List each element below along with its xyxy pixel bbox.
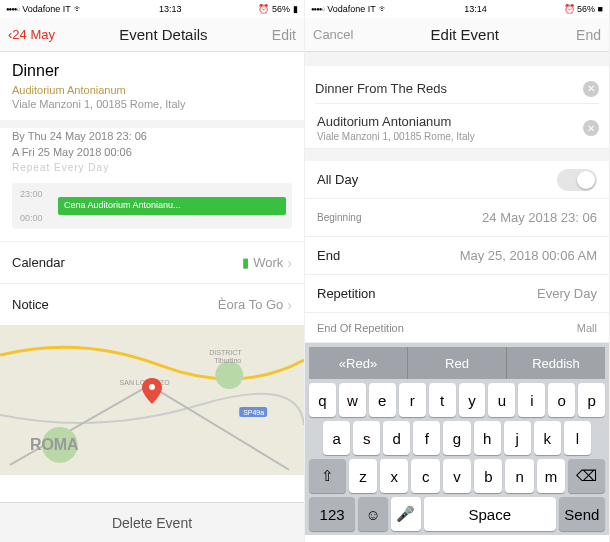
timeline-preview: 23:00 00:00 Cena Auditorium Antonianu... [12, 183, 292, 229]
clock: 13:14 [464, 4, 487, 14]
cancel-button[interactable]: Cancel [313, 27, 353, 42]
keyboard: «Red» Red Reddish q w e r t y u i o p a … [305, 343, 609, 535]
clock: 13:13 [159, 4, 182, 14]
svg-text:DISTRICT: DISTRICT [209, 349, 242, 356]
suggestion-3[interactable]: Reddish [507, 347, 605, 379]
notice-value: Èora To Go [218, 297, 284, 312]
calendar-row[interactable]: Calendar ▮Work› [0, 241, 304, 283]
key-g[interactable]: g [443, 421, 470, 455]
suggestion-1[interactable]: «Red» [309, 347, 408, 379]
key-h[interactable]: h [474, 421, 501, 455]
key-t[interactable]: t [429, 383, 456, 417]
timeline-hour-top: 23:00 [20, 189, 43, 199]
chevron-right-icon: › [287, 297, 292, 313]
key-o[interactable]: o [548, 383, 575, 417]
send-key[interactable]: Send [559, 497, 605, 531]
back-button[interactable]: ‹24 May [8, 27, 55, 42]
event-address: Viale Manzoni 1, 00185 Rome, Italy [12, 98, 292, 110]
notice-row[interactable]: Notice Èora To Go› [0, 283, 304, 325]
mic-key[interactable]: 🎤 [391, 497, 421, 531]
key-a[interactable]: a [323, 421, 350, 455]
event-start-time: By Thu 24 May 2018 23: 06 [0, 128, 304, 144]
key-e[interactable]: e [369, 383, 396, 417]
clear-title-icon[interactable]: ✕ [583, 81, 599, 97]
shift-key[interactable]: ⇧ [309, 459, 346, 493]
repetition-value: Every Day [537, 286, 597, 301]
key-q[interactable]: q [309, 383, 336, 417]
status-right: ⏰56%▮ [258, 4, 298, 14]
key-r[interactable]: r [399, 383, 426, 417]
end-label: End [317, 248, 340, 263]
map-preview[interactable]: ROMA DISTRICT Tiburtino SAN LORENZO SP49… [0, 325, 304, 475]
key-d[interactable]: d [383, 421, 410, 455]
notice-label: Notice [12, 297, 49, 312]
nav-bar: ‹24 May Event Details Edit [0, 18, 304, 52]
event-end-time: A Fri 25 May 2018 00:06 [0, 144, 304, 160]
emoji-key[interactable]: ☺ [358, 497, 388, 531]
timeline-event-bar: Cena Auditorium Antonianu... [58, 197, 286, 215]
backspace-key[interactable]: ⌫ [568, 459, 605, 493]
svg-point-8 [149, 384, 155, 390]
event-title-input[interactable]: Dinner From The Reds ✕ [315, 74, 599, 104]
end-row[interactable]: End May 25, 2018 00:06 AM [305, 237, 609, 275]
battery-icon: ▮ [293, 4, 298, 14]
location-address: Viale Manzoni 1, 00185 Rome, Italy [317, 131, 597, 142]
calendar-label: Calendar [12, 255, 65, 270]
key-y[interactable]: y [459, 383, 486, 417]
end-value: May 25, 2018 00:06 AM [460, 248, 597, 263]
delete-event-button[interactable]: Delete Event [0, 502, 304, 542]
chevron-right-icon: › [287, 255, 292, 271]
key-k[interactable]: k [534, 421, 561, 455]
page-title: Event Details [119, 26, 207, 43]
numeric-key[interactable]: 123 [309, 497, 355, 531]
edit-button[interactable]: Edit [272, 27, 296, 43]
svg-point-2 [215, 361, 243, 389]
end-of-repetition-row[interactable]: End Of Repetition Mall [305, 313, 609, 343]
key-z[interactable]: z [349, 459, 377, 493]
key-b[interactable]: b [474, 459, 502, 493]
repetition-label: Repetition [317, 286, 376, 301]
screen-event-details: ●●●●○Vodafone ITᯤ 13:13 ⏰56%▮ ‹24 May Ev… [0, 0, 305, 542]
space-key[interactable]: Space [424, 497, 556, 531]
event-location-name: Auditorium Antonianum [12, 84, 292, 96]
key-u[interactable]: u [488, 383, 515, 417]
page-title: Edit Event [431, 26, 499, 43]
key-j[interactable]: j [504, 421, 531, 455]
all-day-row: All Day [305, 161, 609, 199]
key-c[interactable]: c [411, 459, 439, 493]
location-name: Auditorium Antonianum [317, 114, 597, 129]
map-city-label: ROMA [30, 436, 79, 453]
wifi-icon: ᯤ [74, 4, 83, 14]
key-l[interactable]: l [564, 421, 591, 455]
battery-label: 56% [272, 4, 290, 14]
event-repeat: Repeat Every Day [0, 160, 304, 175]
status-bar: ●●●●○Vodafone ITᯤ 13:13 ⏰56%▮ [0, 0, 304, 18]
suggestion-2[interactable]: Red [408, 347, 507, 379]
timeline-hour-bottom: 00:00 [20, 213, 43, 223]
nav-bar: Cancel Edit Event End [305, 18, 609, 52]
key-i[interactable]: i [518, 383, 545, 417]
key-v[interactable]: v [443, 459, 471, 493]
svg-text:SP49a: SP49a [243, 409, 264, 416]
key-f[interactable]: f [413, 421, 440, 455]
wifi-icon: ᯤ [379, 4, 388, 14]
key-s[interactable]: s [353, 421, 380, 455]
carrier-label: Vodafone IT [327, 4, 376, 14]
key-m[interactable]: m [537, 459, 565, 493]
key-x[interactable]: x [380, 459, 408, 493]
end-button[interactable]: End [576, 27, 601, 43]
back-label: 24 May [12, 27, 55, 42]
key-n[interactable]: n [505, 459, 533, 493]
title-text: Dinner From The Reds [315, 81, 583, 96]
carrier-label: Vodafone IT [22, 4, 71, 14]
status-right: ⏰ 56% ■ [564, 4, 603, 14]
all-day-toggle[interactable] [557, 169, 597, 191]
beginning-row[interactable]: Beginning 24 May 2018 23: 06 [305, 199, 609, 237]
location-row[interactable]: Auditorium Antonianum Viale Manzoni 1, 0… [305, 108, 609, 149]
clear-location-icon[interactable]: ✕ [583, 120, 599, 136]
repetition-row[interactable]: Repetition Every Day [305, 275, 609, 313]
screen-edit-event: ●●●●○Vodafone ITᯤ 13:14 ⏰ 56% ■ Cancel E… [305, 0, 610, 542]
key-p[interactable]: p [578, 383, 605, 417]
key-w[interactable]: w [339, 383, 366, 417]
suggestion-bar: «Red» Red Reddish [309, 347, 605, 379]
